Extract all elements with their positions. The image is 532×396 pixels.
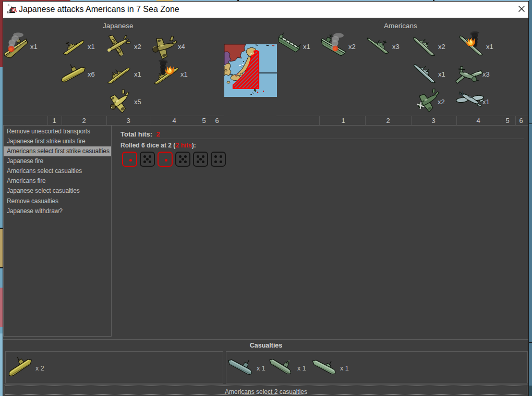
svg-text:TA: TA bbox=[10, 8, 17, 13]
